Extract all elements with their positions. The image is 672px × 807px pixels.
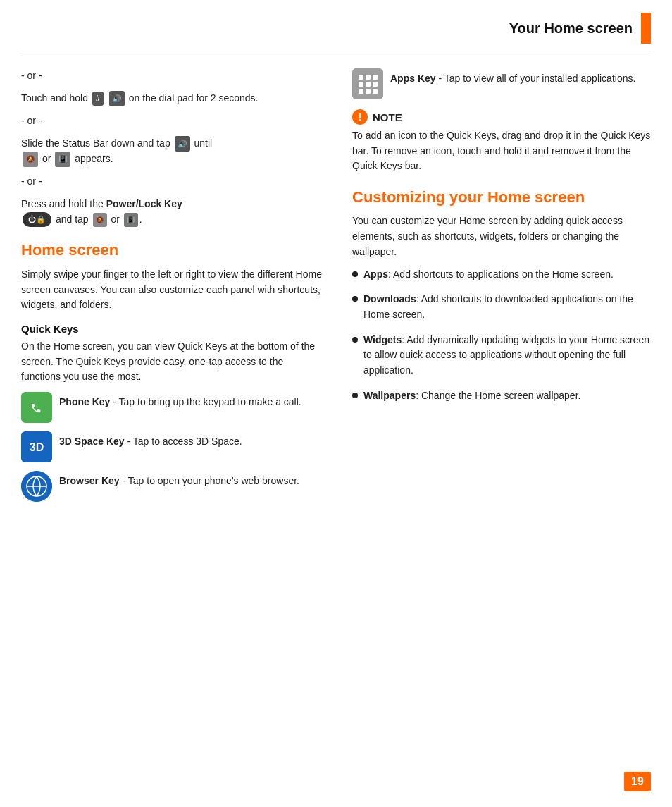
or-text-2: - or - — [21, 113, 324, 129]
phone-key-row: Phone Key - Tap to bring up the keypad t… — [21, 392, 324, 423]
bullet-dot-widgets — [352, 337, 358, 343]
3d-space-key-desc: - Tap to access 3D Space. — [127, 436, 242, 447]
3d-space-key-row: 3D 3D Space Key - Tap to access 3D Space… — [21, 431, 324, 462]
svg-rect-11 — [366, 82, 371, 87]
silent-icon: 🔕 — [23, 152, 38, 167]
apps-icon — [352, 68, 383, 99]
touch-hold-suffix: on the dial pad for 2 seconds. — [129, 92, 259, 104]
customizing-list: Apps: Add shortcuts to applications on t… — [352, 267, 651, 404]
home-screen-body: Simply swipe your finger to the left or … — [21, 267, 324, 313]
quick-keys-body: On the Home screen, you can view Quick K… — [21, 339, 324, 385]
phone-key-label: Phone Key — [59, 396, 110, 407]
widgets-desc: : Add dynamically updating widgets to yo… — [363, 334, 649, 376]
svg-rect-0 — [25, 395, 49, 419]
list-item-wallpapers-text: Wallpapers: Change the Home screen wallp… — [363, 388, 580, 404]
wallpapers-desc: : Change the Home screen wallpaper. — [416, 390, 580, 401]
browser-key-icon — [21, 471, 52, 502]
or-text-3: - or - — [21, 174, 324, 190]
svg-rect-10 — [359, 82, 363, 87]
vibrate-icon: 📳 — [55, 152, 70, 167]
list-item-downloads-text: Downloads: Add shortcuts to downloaded a… — [363, 292, 651, 322]
apps-key-label: Apps Key — [390, 73, 436, 84]
list-item-widgets-text: Widgets: Add dynamically updating widget… — [363, 333, 651, 378]
appears-suffix: appears. — [75, 153, 113, 164]
sound-icon-2: 🔊 — [175, 136, 190, 152]
powerlock-button-icon: ⏻🔒 — [23, 212, 51, 227]
slide-until: until — [194, 137, 212, 149]
page-title: Your Home screen — [509, 20, 633, 37]
widgets-label: Widgets — [363, 334, 402, 345]
phone-icon — [25, 395, 49, 419]
list-item-wallpapers: Wallpapers: Change the Home screen wallp… — [352, 388, 651, 404]
phone-key-desc: - Tap to bring up the keypad to make a c… — [113, 396, 301, 407]
apps-key-icon — [352, 68, 383, 99]
bullet-dot-wallpapers — [352, 393, 358, 398]
svg-rect-7 — [359, 75, 363, 80]
or-text-inline: or — [111, 214, 119, 225]
press-hold-prefix: Press and hold the — [21, 198, 104, 209]
browser-key-desc: - Tap to open your phone's web browser. — [122, 475, 299, 486]
left-column: - or - Touch and hold # 🔊 on the dial pa… — [21, 68, 324, 510]
wallpapers-label: Wallpapers — [363, 390, 416, 401]
quick-keys-heading: Quick Keys — [21, 323, 324, 335]
apps-key-row: Apps Key - Tap to view all of your insta… — [352, 68, 651, 99]
list-item-downloads: Downloads: Add shortcuts to downloaded a… — [352, 292, 651, 322]
note-box: ! NOTE To add an icon to the Quick Keys,… — [352, 109, 651, 174]
bullet-dot-downloads — [352, 296, 358, 302]
page-content: - or - Touch and hold # 🔊 on the dial pa… — [0, 51, 672, 538]
customizing-intro: You can customize your Home screen by ad… — [352, 214, 651, 259]
or-appears: or — [42, 153, 51, 164]
apps-key-label-text: Apps Key - Tap to view all of your insta… — [390, 68, 635, 86]
vibrate-icon-2: 📳 — [124, 213, 138, 227]
phone-key-label-text: Phone Key - Tap to bring up the keypad t… — [59, 392, 301, 409]
hash-icon: # — [92, 92, 104, 105]
list-item-apps: Apps: Add shortcuts to applications on t… — [352, 267, 651, 283]
list-item-widgets: Widgets: Add dynamically updating widget… — [352, 333, 651, 378]
browser-key-label: Browser Key — [59, 475, 120, 486]
customizing-heading: Customizing your Home screen — [352, 188, 651, 207]
3d-space-key-label: 3D Space Key — [59, 436, 125, 447]
apps-label: Apps — [363, 269, 388, 280]
touch-hold-text: Touch and hold # 🔊 on the dial pad for 2… — [21, 91, 324, 106]
bullet-dot-apps — [352, 271, 358, 277]
svg-rect-12 — [373, 82, 378, 87]
svg-rect-15 — [373, 89, 378, 94]
note-body: To add an icon to the Quick Keys, drag a… — [352, 128, 651, 174]
note-label: NOTE — [373, 111, 402, 123]
press-hold-text: Press and hold the Power/Lock Key ⏻🔒 and… — [21, 197, 324, 228]
touch-hold-prefix: Touch and hold — [21, 92, 88, 104]
apps-desc: : Add shortcuts to applications on the H… — [388, 269, 614, 280]
svg-rect-14 — [366, 89, 371, 94]
svg-rect-8 — [366, 75, 371, 80]
svg-rect-13 — [359, 89, 363, 94]
browser-key-row: Browser Key - Tap to open your phone's w… — [21, 471, 324, 502]
silent-icon-2: 🔕 — [93, 213, 107, 227]
3d-space-key-icon: 3D — [21, 431, 52, 462]
phone-key-icon — [21, 392, 52, 423]
note-icon: ! — [352, 109, 368, 125]
power-lock-key-label: Power/Lock Key — [106, 198, 182, 209]
sound-icon: 🔊 — [109, 91, 125, 106]
page-number: 19 — [624, 772, 651, 791]
note-title: ! NOTE — [352, 109, 651, 125]
apps-key-desc: - Tap to view all of your installed appl… — [438, 73, 635, 84]
slide-status-text: Slide the Status Bar down and tap 🔊 unti… — [21, 136, 324, 168]
or-text-1: - or - — [21, 68, 324, 84]
list-item-apps-text: Apps: Add shortcuts to applications on t… — [363, 267, 614, 283]
home-screen-heading: Home screen — [21, 241, 324, 259]
header-accent-bar — [641, 13, 651, 44]
browser-key-label-text: Browser Key - Tap to open your phone's w… — [59, 471, 299, 488]
page-header: Your Home screen — [21, 0, 651, 51]
right-column: Apps Key - Tap to view all of your insta… — [352, 68, 651, 510]
press-hold-and-tap: and tap — [56, 214, 89, 225]
svg-text:3D: 3D — [30, 441, 44, 453]
browser-icon — [21, 471, 52, 502]
slide-prefix: Slide the Status Bar down and tap — [21, 137, 170, 149]
svg-rect-9 — [373, 75, 378, 80]
3d-space-key-label-text: 3D Space Key - Tap to access 3D Space. — [59, 431, 242, 449]
downloads-label: Downloads — [363, 293, 416, 304]
3d-icon: 3D — [21, 431, 52, 462]
